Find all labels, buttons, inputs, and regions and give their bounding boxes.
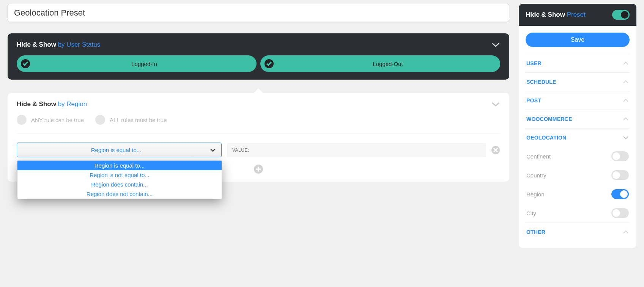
chevron-up-icon xyxy=(623,99,629,102)
category-geolocation[interactable]: GEOLOCATION xyxy=(526,128,630,147)
radio-label: ALL rules must be true xyxy=(110,117,167,123)
country-toggle[interactable] xyxy=(611,170,629,180)
chevron-down-icon xyxy=(623,136,629,140)
sidebar-title-suffix: Preset xyxy=(567,11,586,18)
category-other[interactable]: OTHER xyxy=(526,223,630,241)
chevron-down-icon[interactable] xyxy=(491,42,500,48)
panel-title: Hide & Show by User Status xyxy=(17,41,100,49)
user-status-panel: Hide & Show by User Status Logged-In xyxy=(8,33,509,80)
category-schedule[interactable]: SCHEDULE xyxy=(526,72,630,91)
select-value: Region is equal to... xyxy=(22,147,210,153)
chevron-down-icon[interactable] xyxy=(491,101,500,107)
sub-label: Region xyxy=(526,191,545,198)
chevron-up-icon xyxy=(623,61,629,65)
chevron-down-icon xyxy=(210,148,216,152)
sub-label: Continent xyxy=(526,153,551,160)
logged-out-pill[interactable]: Logged-Out xyxy=(260,55,500,72)
panel-title-prefix: Hide & Show xyxy=(17,100,56,108)
panel-title: Hide & Show by Region xyxy=(17,100,87,108)
chevron-up-icon xyxy=(623,230,629,234)
dropdown-option[interactable]: Region is not equal to... xyxy=(17,170,222,180)
region-toggle[interactable] xyxy=(611,189,629,199)
category-woocommerce[interactable]: WOOCOMMERCE xyxy=(526,110,630,128)
check-icon xyxy=(20,58,31,69)
check-icon xyxy=(263,58,275,69)
geo-country-row: Country xyxy=(526,166,630,185)
sidebar-title: Hide & Show Preset xyxy=(526,11,586,19)
pill-label: Logged-In xyxy=(35,61,254,67)
panel-title-suffix: by User Status xyxy=(58,41,101,48)
category-label: POST xyxy=(526,97,541,104)
category-label: USER xyxy=(526,60,542,66)
radio-label: ANY rule can be true xyxy=(31,117,84,123)
dropdown-option[interactable]: Region does contain... xyxy=(17,180,222,189)
sub-label: City xyxy=(526,210,536,216)
chevron-up-icon xyxy=(623,117,629,121)
remove-icon[interactable] xyxy=(491,146,500,155)
dropdown-option[interactable]: Region does not contain... xyxy=(17,189,222,199)
pill-label: Logged-Out xyxy=(279,61,497,67)
category-label: GEOLOCATION xyxy=(526,135,566,141)
condition-select[interactable]: Region is equal to... Region is equal to… xyxy=(17,143,222,157)
geo-city-row: City xyxy=(526,204,630,223)
logged-in-pill[interactable]: Logged-In xyxy=(17,55,257,72)
continent-toggle[interactable] xyxy=(611,151,629,161)
save-button[interactable]: Save xyxy=(526,33,630,47)
value-input[interactable] xyxy=(227,143,486,157)
panel-title-prefix: Hide & Show xyxy=(17,41,56,48)
sub-label: Country xyxy=(526,172,546,179)
region-panel: Hide & Show by Region ANY rule can be tr… xyxy=(8,93,509,182)
geo-continent-row: Continent xyxy=(526,147,630,166)
city-toggle[interactable] xyxy=(611,208,629,218)
chevron-up-icon xyxy=(623,80,629,84)
geo-region-row: Region xyxy=(526,185,630,204)
sidebar-title-prefix: Hide & Show xyxy=(526,11,565,18)
all-rules-radio[interactable]: ALL rules must be true xyxy=(95,115,167,125)
category-label: WOOCOMMERCE xyxy=(526,116,572,122)
category-label: OTHER xyxy=(526,229,545,235)
panel-title-suffix: by Region xyxy=(58,100,87,108)
add-rule-icon[interactable] xyxy=(254,164,263,174)
dropdown-option[interactable]: Region is equal to... xyxy=(17,161,222,170)
preset-enable-toggle[interactable] xyxy=(612,10,630,20)
condition-dropdown: Region is equal to... Region is not equa… xyxy=(17,160,222,199)
sidebar-header: Hide & Show Preset xyxy=(519,4,636,26)
category-label: SCHEDULE xyxy=(526,79,556,85)
preset-title-input[interactable] xyxy=(8,4,509,22)
category-user[interactable]: USER xyxy=(526,54,630,72)
category-post[interactable]: POST xyxy=(526,91,630,110)
any-rule-radio[interactable]: ANY rule can be true xyxy=(17,115,84,125)
